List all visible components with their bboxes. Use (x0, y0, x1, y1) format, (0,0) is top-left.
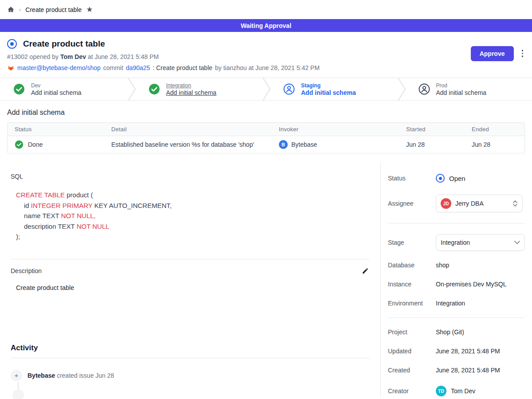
stage-task-label: Add initial schema (436, 89, 487, 96)
pending-user-icon (419, 83, 430, 95)
project-value: Shop (Git) (436, 329, 464, 336)
stage-env-label: Dev (31, 82, 82, 89)
commit-line: master@bytebase-demo/shop commit da90a25… (7, 64, 320, 71)
project-label: Project (388, 329, 436, 336)
open-status-icon (436, 174, 445, 183)
issue-author: Tom Dev (60, 53, 86, 60)
sql-section-label: SQL (11, 173, 373, 180)
invoker-avatar: B (279, 140, 288, 149)
instance-label: Instance (388, 281, 436, 288)
description-label: Description (11, 267, 42, 274)
creator-row: Creator TD Tom Dev (388, 386, 525, 396)
stage-task-label: Add initial schema (31, 89, 82, 96)
issue-meta: #13002 opened by Tom Dev at June 28, 202… (7, 53, 320, 60)
task-table: Status Detail Invoker Started Ended Done… (7, 122, 525, 153)
created-value: June 28, 2021 5:48 PM (436, 367, 500, 374)
sql-line: description TEXT NOT NULL (16, 221, 373, 232)
stage-integration[interactable]: Integration Add initial schema (136, 78, 262, 100)
stage-separator (127, 78, 136, 100)
commit-word: commit (103, 64, 123, 71)
database-label: Database (388, 262, 436, 269)
updated-row: Updated June 28, 2021 5:48 PM (388, 348, 525, 355)
commit-hash-link[interactable]: da90a25 (126, 64, 150, 71)
invoker-name: Bytebase (291, 141, 317, 148)
stage-env-label: Prod (436, 82, 487, 89)
stage-env-label: Integration (166, 82, 217, 89)
issue-header-left: Create product table #13002 opened by To… (7, 39, 320, 71)
up-down-chevron-icon (512, 200, 518, 207)
gitlab-icon (7, 64, 15, 71)
task-section: Add initial schema Status Detail Invoker… (0, 101, 532, 161)
pending-user-icon (283, 83, 295, 95)
breadcrumb: › Create product table ★ (0, 0, 532, 19)
stage-separator (262, 78, 271, 100)
instance-value: On-premises Dev MySQL (436, 281, 506, 288)
stage-label: Stage (388, 239, 436, 246)
activity-item: + Bytebase created issue Jun 28 (11, 370, 373, 381)
activity-heading: Activity (11, 344, 373, 352)
commit-branch-link[interactable]: master@bytebase-demo/shop (17, 64, 101, 71)
stage-value: Integration (441, 239, 510, 246)
star-icon[interactable]: ★ (86, 6, 93, 13)
stage-separator (397, 78, 406, 100)
check-circle-icon (15, 140, 23, 149)
activity-action: created issue Jun 28 (57, 372, 114, 379)
assignee-name: Jerry DBA (455, 200, 509, 207)
task-status-cell: Done (15, 140, 111, 149)
col-started: Started (406, 126, 472, 133)
assignee-select[interactable]: JD Jerry DBA (436, 195, 523, 212)
creator-label: Creator (388, 387, 436, 395)
instance-row: Instance On-premises Dev MySQL (388, 281, 525, 288)
stage-prod[interactable]: Prod Add initial schema (406, 78, 532, 100)
activity-next-marker (12, 389, 24, 399)
status-label: Status (388, 175, 436, 182)
stage-staging[interactable]: Staging Add initial schema (271, 78, 397, 100)
updated-value: June 28, 2021 5:48 PM (436, 348, 500, 355)
home-icon[interactable] (7, 6, 15, 13)
creator-avatar: TD (436, 386, 446, 396)
sql-line: name TEXT NOT NULL, (16, 211, 373, 221)
task-started-cell: Jun 28 (406, 141, 472, 148)
updated-label: Updated (388, 348, 436, 355)
sql-line: CREATE TABLE product ( (16, 190, 373, 200)
status-banner-text: Waiting Approval (241, 22, 291, 29)
chevron-right-icon: › (19, 6, 21, 13)
pipeline-stages: Dev Add initial schema Integration Add i… (0, 78, 532, 101)
stage-row: Stage Integration (388, 234, 525, 251)
main-column: SQL CREATE TABLE product ( id INTEGER PR… (0, 161, 380, 397)
task-invoker-cell: B Bytebase (279, 140, 406, 149)
database-value: shop (436, 262, 449, 269)
more-actions-icon[interactable] (520, 46, 525, 61)
project-row: Project Shop (Git) (388, 329, 525, 336)
task-row[interactable]: Done Established baseline version %s for… (8, 136, 524, 153)
plus-icon: + (11, 370, 22, 381)
task-table-header: Status Detail Invoker Started Ended (8, 123, 524, 136)
task-section-heading: Add initial schema (7, 109, 525, 117)
creator-name: Tom Dev (451, 387, 475, 395)
sql-line: ); (16, 231, 373, 242)
task-ended-cell: Jun 28 (472, 141, 524, 148)
edit-pencil-icon[interactable] (362, 267, 369, 274)
col-detail: Detail (111, 126, 279, 133)
status-value: Open (449, 175, 466, 182)
divider (388, 223, 525, 223)
activity-connector (18, 382, 19, 389)
task-detail-cell: Established baseline version %s for data… (111, 141, 279, 148)
breadcrumb-title[interactable]: Create product table (25, 6, 82, 13)
check-circle-icon (13, 83, 25, 95)
stage-dev[interactable]: Dev Add initial schema (0, 78, 127, 100)
sidebar: Status Open Assignee JD Jerry DBA Stage … (380, 161, 532, 397)
activity-author: Bytebase (27, 372, 55, 379)
page-title: Create product table (23, 39, 105, 49)
approve-button[interactable]: Approve (471, 46, 514, 61)
assignee-row: Assignee JD Jerry DBA (388, 195, 525, 212)
col-status: Status (15, 126, 111, 133)
issue-opened-time: at June 28, 2021 5:48 PM (88, 53, 159, 60)
issue-header: Create product table #13002 opened by To… (0, 32, 532, 78)
environment-value: Integration (436, 300, 465, 307)
assignee-avatar: JD (441, 198, 451, 209)
description-text: Create product table (11, 284, 373, 291)
stage-select[interactable]: Integration (436, 234, 525, 251)
database-row: Database shop (388, 262, 525, 269)
sql-code-block: CREATE TABLE product ( id INTEGER PRIMAR… (11, 190, 373, 242)
